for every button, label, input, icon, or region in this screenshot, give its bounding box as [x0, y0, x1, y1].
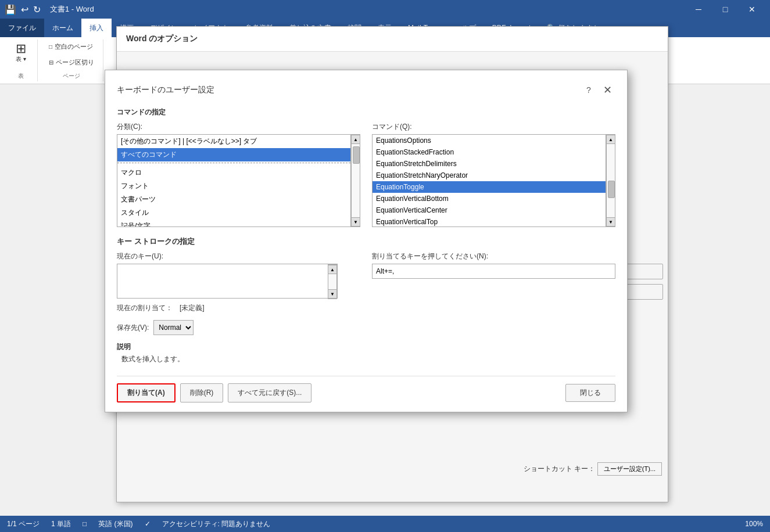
category-divider [117, 163, 350, 165]
category-scrollbar[interactable]: ▲ ▼ [351, 134, 360, 227]
category-col: 分類(C): [その他のコマンド] | [<<ラベルなし>>] タブ すべてのコ… [117, 122, 360, 227]
undo-icon[interactable]: ↩ [21, 4, 28, 15]
description-section: 説明 数式を挿入します。 [117, 342, 615, 364]
category-scroll-thumb [353, 146, 360, 164]
category-item-macro[interactable]: マクロ [117, 166, 350, 179]
current-key-label: 現在のキー(U): [117, 251, 360, 261]
category-item-other[interactable]: [その他のコマンド] | [<<ラベルなし>>] タブ [117, 135, 350, 148]
shortcut-label-area: ショートカット キー： ユーザー設定(T)... [524, 462, 662, 476]
current-key-scrollbar[interactable]: ▲ ▼ [328, 264, 337, 299]
cmd-item-eqvbottom[interactable]: EquationVerticalBottom [373, 193, 606, 204]
page-break-label: ページ区切り [56, 58, 94, 67]
user-settings-btn[interactable]: ユーザー設定(T)... [597, 462, 662, 476]
keystroke-section: キー ストロークの指定 現在のキー(U): ▲ ▼ 割り当てるキーを押してくださ… [117, 236, 615, 313]
dialog-close-button[interactable]: ✕ [599, 82, 615, 98]
assign-key-group: 割り当てるキーを押してください(N): [372, 251, 615, 279]
save-select[interactable]: Normal 文書1 [153, 320, 194, 335]
status-zoom: 100% [745, 520, 763, 528]
page-break-btn[interactable]: ⊟ ページ区切り [45, 55, 98, 70]
shortcut-label: ショートカット キー： [524, 465, 595, 473]
blank-page-btn[interactable]: □ 空白のページ [45, 39, 97, 54]
dialog-help-button[interactable]: ? [581, 82, 597, 98]
page-group-label: ページ [63, 72, 80, 81]
command-spec-cols: 分類(C): [その他のコマンド] | [<<ラベルなし>>] タブ すべてのコ… [117, 122, 615, 227]
command-col: コマンド(Q): EquationsOptions EquationStacke… [372, 122, 615, 227]
current-key-container: ▲ ▼ [117, 264, 338, 299]
titlebar-controls: ─ □ ✕ [685, 0, 765, 19]
current-key-input[interactable] [117, 264, 328, 298]
keyboard-dialog: キーボードのユーザー設定 ? ✕ コマンドの指定 分類(C): [その他のコマン… [105, 70, 628, 412]
dialog-title-btns: ? ✕ [581, 82, 615, 98]
dialog-titlebar: キーボードのユーザー設定 ? ✕ [117, 82, 615, 98]
ribbon-group-table: ⊞ 表 ▾ 表 [5, 39, 38, 81]
titlebar-title: 文書1 - Word [50, 4, 94, 15]
close-button[interactable]: ✕ [739, 0, 765, 19]
status-accessibility-icon: ✓ [145, 520, 151, 528]
titlebar-left: 💾 ↩ ↻ 文書1 - Word [5, 4, 94, 15]
command-listbox[interactable]: EquationsOptions EquationStackedFraction… [372, 134, 606, 227]
command-scroll-thumb [608, 181, 615, 198]
delete-button[interactable]: 削除(R) [180, 383, 224, 402]
current-key-group: 現在のキー(U): ▲ ▼ [117, 251, 360, 299]
status-lang-icon: □ [83, 520, 87, 528]
category-label: 分類(C): [117, 122, 360, 132]
cmd-item-eqvcenter[interactable]: EquationVerticalCenter [373, 204, 606, 216]
status-accessibility: アクセシビリティ: 問題ありません [162, 519, 271, 529]
cmd-item-eqoptions[interactable]: EquationsOptions [373, 135, 606, 146]
minimize-button[interactable]: ─ [685, 0, 712, 19]
dialog-title: キーボードのユーザー設定 [117, 85, 214, 95]
table-label: 表 ▾ [16, 55, 26, 63]
assign-button[interactable]: 割り当て(A) [117, 383, 176, 402]
table-icon: ⊞ [16, 42, 26, 55]
cmd-item-eqstretchn[interactable]: EquationStretchNaryOperator [373, 170, 606, 181]
status-pages: 1/1 ページ [7, 519, 40, 529]
status-words: 1 単語 [51, 519, 71, 529]
tab-file[interactable]: ファイル [0, 19, 44, 37]
save-section: 保存先(V): Normal 文書1 [117, 320, 615, 335]
table-group-label: 表 [18, 72, 24, 81]
category-scroll-track [352, 144, 360, 217]
cmd-item-eqvtop[interactable]: EquationVerticalTop [373, 216, 606, 227]
command-scrollbar[interactable]: ▲ ▼ [606, 134, 615, 227]
category-listbox[interactable]: [その他のコマンド] | [<<ラベルなし>>] タブ すべてのコマンド マクロ… [117, 134, 351, 227]
cmd-item-eqstretchd[interactable]: EquationStretchDelimiters [373, 158, 606, 170]
cmd-item-eqstacked[interactable]: EquationStackedFraction [373, 146, 606, 158]
tab-insert[interactable]: 挿入 [81, 19, 112, 37]
command-spec-label: コマンドの指定 [117, 107, 615, 117]
ribbon-group-page: □ 空白のページ ⊟ ページ区切り ページ [40, 39, 103, 81]
redo-icon[interactable]: ↻ [33, 4, 41, 15]
category-item-symbol[interactable]: 記号/文字 [117, 220, 350, 227]
keystroke-row: 現在のキー(U): ▲ ▼ 割り当てるキーを押してください(N): [117, 251, 615, 299]
cmd-item-eqtoggle[interactable]: EquationToggle [373, 181, 606, 193]
command-scroll-up[interactable]: ▲ [606, 135, 615, 144]
command-scroll-down[interactable]: ▼ [606, 217, 615, 227]
dialog-footer: 割り当て(A) 削除(R) すべて元に戻す(S)... 閉じる [117, 376, 615, 402]
status-lang: 英語 (米国) [98, 519, 132, 529]
command-label: コマンド(Q): [372, 122, 615, 132]
category-item-docparts[interactable]: 文書パーツ [117, 193, 350, 206]
close-dialog-button[interactable]: 閉じる [565, 384, 615, 402]
keystroke-label: キー ストロークの指定 [117, 236, 615, 247]
current-key-scroll-up[interactable]: ▲ [328, 265, 337, 274]
page-break-icon: ⊟ [49, 59, 53, 66]
category-scroll-down[interactable]: ▼ [351, 217, 360, 227]
table-btn[interactable]: ⊞ 表 ▾ [9, 39, 33, 66]
command-spec-section: コマンドの指定 分類(C): [その他のコマンド] | [<<ラベルなし>>] … [117, 107, 615, 227]
category-item-all[interactable]: すべてのコマンド [117, 148, 350, 161]
description-label: 説明 [117, 342, 615, 352]
save-icon[interactable]: 💾 [5, 4, 16, 15]
tab-home[interactable]: ホーム [44, 19, 81, 37]
current-key-scroll-down[interactable]: ▼ [328, 289, 337, 299]
maximize-button[interactable]: □ [712, 0, 739, 19]
category-item-style[interactable]: スタイル [117, 206, 350, 220]
blank-page-label: 空白のページ [55, 42, 93, 51]
category-list-container: [その他のコマンド] | [<<ラベルなし>>] タブ すべてのコマンド マクロ… [117, 134, 360, 227]
assign-key-label: 割り当てるキーを押してください(N): [372, 251, 615, 261]
category-item-font[interactable]: フォント [117, 179, 350, 193]
current-key-scroll-track [328, 274, 336, 289]
titlebar: 💾 ↩ ↻ 文書1 - Word ─ □ ✕ [0, 0, 770, 19]
assign-key-input[interactable] [372, 264, 615, 279]
category-scroll-up[interactable]: ▲ [351, 135, 360, 144]
word-options-title: Word のオプション [126, 34, 198, 43]
reset-button[interactable]: すべて元に戻す(S)... [228, 383, 311, 402]
